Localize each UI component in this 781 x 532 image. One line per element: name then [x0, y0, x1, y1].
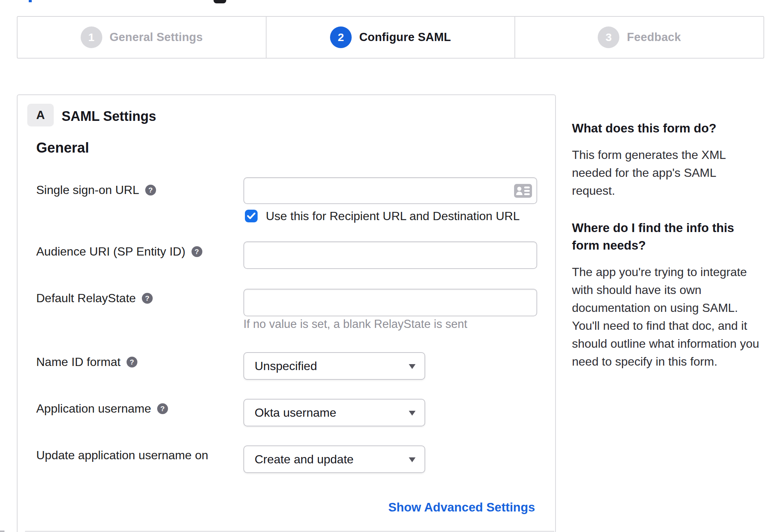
step-feedback[interactable]: 3 Feedback: [514, 17, 763, 58]
step-configure-saml[interactable]: 2 Configure SAML: [266, 17, 515, 58]
default-relaystate-label: Default RelayState ?: [36, 291, 153, 305]
step-label: Feedback: [627, 31, 681, 44]
update-username-on-select[interactable]: Create and update: [243, 445, 425, 473]
application-username-label: Application username ?: [36, 402, 168, 416]
name-id-format-select[interactable]: Unspecified: [243, 352, 425, 380]
saml-settings-panel: A SAML Settings General Single sign-on U…: [17, 94, 556, 532]
update-username-on-label: Update application username on: [36, 448, 208, 462]
use-for-recipient-label: Use this for Recipient URL and Destinati…: [266, 210, 520, 222]
default-relaystate-input[interactable]: [243, 289, 537, 316]
help-icon[interactable]: ?: [142, 293, 153, 304]
clipped-dark-icon: [214, 0, 226, 3]
step-number-badge: 3: [598, 26, 619, 48]
application-username-select[interactable]: Okta username: [243, 399, 425, 426]
chevron-down-icon: [409, 457, 416, 462]
use-for-recipient-checkbox[interactable]: [245, 210, 258, 222]
chevron-down-icon: [409, 411, 416, 416]
sidebar-heading: What does this form do?: [572, 119, 765, 137]
select-value: Okta username: [255, 406, 336, 420]
clipped-corner-mark: [0, 531, 4, 532]
step-label: Configure SAML: [359, 31, 451, 44]
help-icon[interactable]: ?: [127, 357, 137, 367]
sso-url-label: Single sign-on URL ?: [36, 183, 156, 197]
checkmark-icon: [247, 213, 255, 219]
step-general-settings[interactable]: 1 General Settings: [18, 17, 266, 58]
contact-card-autofill-icon[interactable]: [514, 184, 532, 198]
step-label: General Settings: [110, 31, 203, 44]
help-icon[interactable]: ?: [192, 246, 202, 257]
sidebar-body: This form generates the XML needed for t…: [572, 146, 759, 200]
general-heading: General: [36, 140, 89, 156]
wizard-stepper: 1 General Settings 2 Configure SAML 3 Fe…: [17, 16, 764, 59]
name-id-format-label: Name ID format ?: [36, 355, 137, 369]
help-icon[interactable]: ?: [157, 403, 168, 414]
select-value: Create and update: [255, 453, 354, 466]
section-a-badge: A: [27, 104, 54, 126]
clipped-blue-element: [29, 0, 32, 2]
audience-uri-input[interactable]: [243, 241, 537, 269]
configure-saml-page: 1 General Settings 2 Configure SAML 3 Fe…: [0, 0, 781, 532]
section-title: SAML Settings: [62, 109, 156, 124]
sso-url-input[interactable]: [243, 177, 537, 204]
select-value: Unspecified: [255, 359, 317, 373]
section-divider: [25, 531, 554, 532]
help-icon[interactable]: ?: [145, 185, 156, 195]
sidebar-heading: Where do I find the info this form needs…: [572, 219, 747, 254]
step-number-badge: 1: [81, 26, 102, 48]
audience-uri-label: Audience URI (SP Entity ID) ?: [36, 245, 202, 259]
sidebar-body: The app you're trying to integrate with …: [572, 263, 763, 370]
help-sidebar: What does this form do? This form genera…: [572, 119, 765, 393]
chevron-down-icon: [409, 364, 416, 369]
step-number-badge: 2: [330, 26, 352, 48]
show-advanced-settings-link[interactable]: Show Advanced Settings: [388, 500, 535, 514]
relaystate-hint: If no value is set, a blank RelayState i…: [243, 317, 467, 331]
